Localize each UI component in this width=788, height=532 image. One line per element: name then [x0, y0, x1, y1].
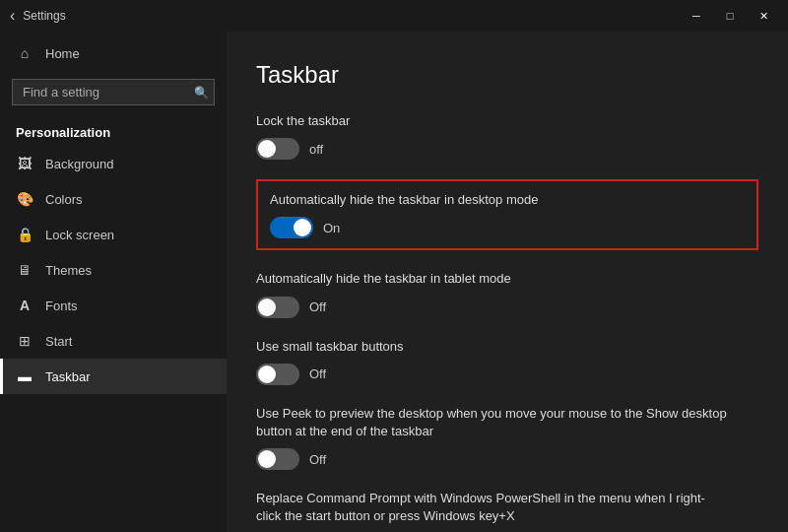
sidebar-item-background[interactable]: 🖼 Background — [0, 146, 227, 181]
setting-label: Lock the taskbar — [256, 112, 758, 130]
sidebar-item-taskbar[interactable]: ▬ Taskbar — [0, 359, 227, 394]
sidebar-item-label: Start — [45, 334, 72, 349]
setting-label: Use small taskbar buttons — [256, 338, 758, 356]
background-icon: 🖼 — [16, 155, 33, 172]
sidebar-item-home[interactable]: ⌂ Home — [0, 35, 227, 71]
toggle-row: Off — [256, 297, 758, 318]
back-icon[interactable]: ‹ — [10, 7, 15, 25]
toggle-lock-taskbar[interactable] — [256, 138, 299, 160]
setting-lock-taskbar: Lock the taskbar off — [256, 112, 758, 160]
lock-icon: 🔒 — [16, 226, 33, 243]
sidebar-section-label: Personalization — [0, 113, 227, 146]
toggle-row: Off — [256, 364, 758, 385]
highlight-auto-hide-desktop: Automatically hide the taskbar in deskto… — [256, 179, 758, 250]
maximize-button[interactable]: □ — [715, 6, 745, 26]
sidebar-item-label: Background — [45, 157, 113, 171]
sidebar-item-colors[interactable]: 🎨 Colors — [0, 181, 227, 217]
toggle-label: On — [323, 221, 340, 235]
toggle-label: Off — [309, 366, 326, 381]
themes-icon: 🖥 — [16, 261, 33, 279]
setting-auto-hide-tablet: Automatically hide the taskbar in tablet… — [256, 270, 758, 317]
content-area: Taskbar Lock the taskbar off Automatical… — [227, 32, 788, 532]
close-button[interactable]: ✕ — [749, 6, 778, 26]
start-icon: ⊞ — [16, 332, 33, 350]
sidebar-item-start[interactable]: ⊞ Start — [0, 323, 227, 359]
home-icon: ⌂ — [16, 44, 33, 62]
setting-label: Replace Command Prompt with Windows Powe… — [256, 490, 729, 525]
toggle-row: On — [270, 217, 745, 238]
toggle-thumb — [258, 299, 276, 316]
setting-label: Automatically hide the taskbar in deskto… — [270, 191, 745, 209]
toggle-thumb — [258, 450, 276, 468]
toggle-auto-hide-tablet[interactable] — [256, 297, 299, 318]
toggle-label: Off — [309, 299, 326, 314]
search-icon: 🔍 — [194, 86, 209, 100]
sidebar-item-label: Lock screen — [45, 228, 114, 242]
setting-powershell: Replace Command Prompt with Windows Powe… — [256, 490, 758, 532]
sidebar-item-label: Fonts — [45, 299, 78, 313]
taskbar-icon: ▬ — [16, 367, 33, 385]
sidebar: ⌂ Home 🔍 Personalization 🖼 Background 🎨 … — [0, 32, 227, 532]
setting-peek: Use Peek to preview the desktop when you… — [256, 405, 758, 470]
sidebar-item-label: Home — [45, 46, 80, 61]
toggle-peek[interactable] — [256, 448, 299, 470]
title-bar-left: ‹ Settings — [10, 7, 66, 25]
toggle-thumb — [258, 366, 276, 383]
toggle-label: Off — [309, 452, 326, 467]
sidebar-item-fonts[interactable]: A Fonts — [0, 288, 227, 323]
search-box[interactable]: 🔍 — [12, 79, 215, 105]
search-input[interactable] — [23, 85, 188, 100]
app-title: Settings — [23, 9, 65, 23]
title-bar-controls: ─ □ ✕ — [682, 6, 778, 26]
sidebar-item-lock-screen[interactable]: 🔒 Lock screen — [0, 217, 227, 252]
setting-label: Use Peek to preview the desktop when you… — [256, 405, 729, 440]
setting-label: Automatically hide the taskbar in tablet… — [256, 270, 758, 288]
setting-small-buttons: Use small taskbar buttons Off — [256, 338, 758, 385]
app-body: ⌂ Home 🔍 Personalization 🖼 Background 🎨 … — [0, 32, 788, 532]
title-bar: ‹ Settings ─ □ ✕ — [0, 0, 788, 32]
minimize-button[interactable]: ─ — [682, 6, 711, 26]
sidebar-item-label: Colors — [45, 192, 83, 207]
toggle-auto-hide-desktop[interactable] — [270, 217, 313, 238]
sidebar-item-themes[interactable]: 🖥 Themes — [0, 252, 227, 288]
page-title: Taskbar — [256, 61, 758, 89]
toggle-row: Off — [256, 448, 758, 470]
toggle-small-buttons[interactable] — [256, 364, 299, 385]
sidebar-item-label: Taskbar — [45, 369, 91, 384]
colors-icon: 🎨 — [16, 190, 33, 208]
sidebar-item-label: Themes — [45, 263, 92, 278]
fonts-icon: A — [16, 297, 33, 314]
toggle-label: off — [309, 142, 323, 157]
toggle-row: off — [256, 138, 758, 160]
